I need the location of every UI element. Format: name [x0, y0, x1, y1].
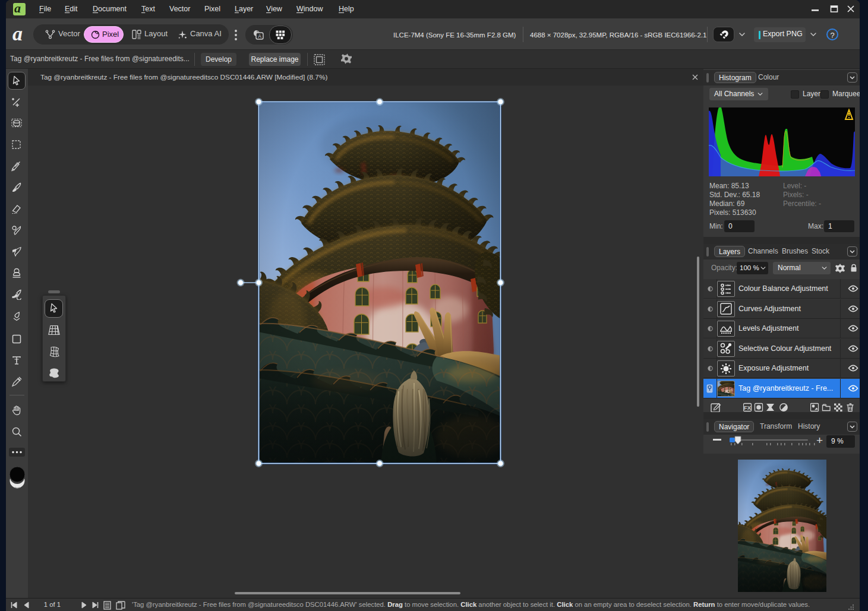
svg-text:FX: FX: [744, 404, 752, 411]
svg-text:A: A: [258, 33, 261, 39]
